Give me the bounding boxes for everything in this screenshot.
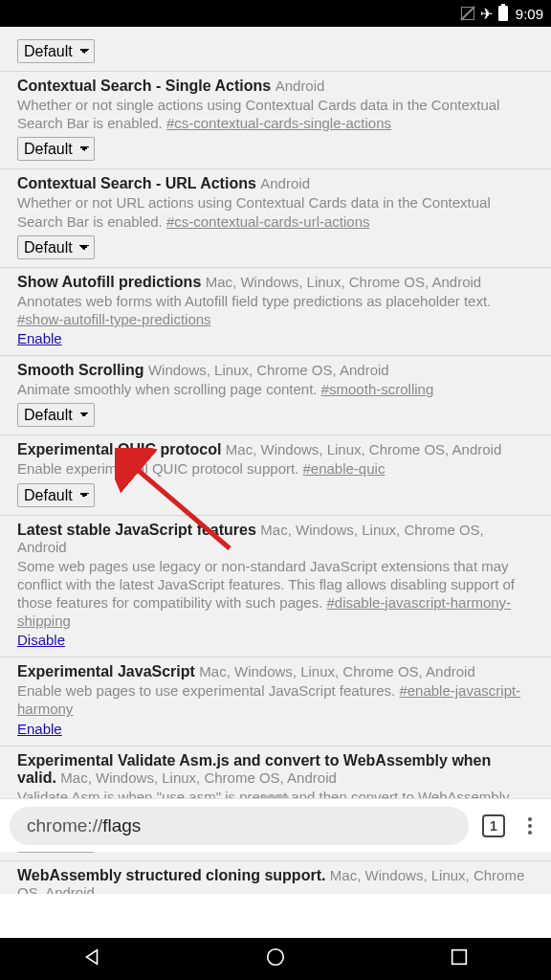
overflow-menu-button[interactable]: [518, 817, 541, 835]
no-sim-icon: [461, 7, 474, 20]
airplane-mode-icon: ✈: [480, 5, 493, 23]
address-bar[interactable]: chrome://flags: [10, 807, 469, 845]
flag-hash-link[interactable]: #cs-contextual-cards-single-actions: [166, 115, 391, 131]
flag-title: Contextual Search - Single Actions: [17, 78, 276, 94]
status-bar: ✈ 9:09: [0, 0, 551, 27]
url-scheme: chrome://: [27, 815, 102, 836]
enable-link[interactable]: Enable: [17, 721, 62, 737]
flag-select[interactable]: Default: [17, 403, 95, 427]
svg-rect-2: [452, 950, 467, 965]
flag-platforms: Android: [276, 78, 325, 94]
tab-count-label: 1: [490, 818, 497, 834]
flag-description: Whether or not single actions using Cont…: [17, 96, 534, 132]
flag-item: WebAssembly structured cloning support. …: [0, 861, 551, 894]
flag-hash-link[interactable]: #show-autofill-type-predictions: [17, 311, 211, 327]
flag-item: Show Autofill predictions Mac, Windows, …: [0, 268, 551, 356]
flag-select[interactable]: Default: [17, 39, 95, 63]
flag-platforms: Windows, Linux, Chrome OS, Android: [148, 362, 389, 378]
flag-description: Enable experimental QUIC protocol suppor…: [17, 459, 534, 478]
flag-select[interactable]: Default: [17, 483, 95, 507]
flag-title: WebAssembly structured cloning support.: [17, 867, 330, 883]
url-path: flags: [102, 815, 141, 836]
flag-item: Default: [0, 27, 551, 72]
flag-title: Smooth Scrolling: [17, 362, 148, 378]
flag-item: Smooth Scrolling Windows, Linux, Chrome …: [0, 356, 551, 435]
browser-toolbar: chrome://flags 1: [0, 798, 551, 852]
flag-item: Contextual Search - URL Actions AndroidW…: [0, 169, 551, 267]
flag-description: Animate smoothly when scrolling page con…: [17, 380, 534, 398]
flag-title: Contextual Search - URL Actions: [17, 175, 260, 191]
system-nav-bar: [0, 938, 551, 980]
flag-platforms: Mac, Windows, Linux, Chrome OS, Android: [226, 441, 501, 457]
flag-item: Experimental JavaScript Mac, Windows, Li…: [0, 657, 551, 746]
flag-platforms: Mac, Windows, Linux, Chrome OS, Android: [199, 663, 474, 679]
flag-item: Experimental QUIC protocol Mac, Windows,…: [0, 435, 551, 515]
flag-description: Whether or not URL actions using Context…: [17, 193, 534, 230]
disable-link[interactable]: Disable: [17, 632, 65, 648]
home-button[interactable]: [265, 947, 286, 971]
flag-hash-link[interactable]: #smooth-scrolling: [321, 381, 434, 397]
svg-point-1: [268, 949, 284, 966]
flag-platforms: Mac, Windows, Linux, Chrome OS, Android: [206, 274, 481, 290]
enable-link[interactable]: Enable: [17, 330, 62, 346]
flag-item: Contextual Search - Single Actions Andro…: [0, 72, 551, 169]
flag-description: Annotates web forms with Autofill field …: [17, 292, 534, 328]
recents-button[interactable]: [449, 947, 470, 971]
flag-platforms: Android: [260, 175, 310, 191]
flag-hash-link[interactable]: #cs-contextual-cards-url-actions: [166, 213, 370, 230]
flag-title: Latest stable JavaScript features: [17, 522, 260, 538]
flag-hash-link[interactable]: #enable-quic: [302, 460, 385, 477]
flag-title: Experimental QUIC protocol: [17, 441, 226, 457]
tab-switcher-button[interactable]: 1: [482, 814, 505, 837]
flag-title: Show Autofill predictions: [17, 274, 206, 290]
flag-platforms: Mac, Windows, Linux, Chrome OS, Android: [60, 769, 336, 786]
battery-icon: [498, 6, 508, 21]
flag-item: Latest stable JavaScript features Mac, W…: [0, 516, 551, 658]
flag-description: Enable web pages to use experimental Jav…: [17, 681, 534, 718]
back-button[interactable]: [81, 947, 102, 971]
clock: 9:09: [516, 6, 543, 22]
flag-description: Some web pages use legacy or non-standar…: [17, 557, 534, 631]
flags-page: DefaultContextual Search - Single Action…: [0, 27, 551, 894]
flag-select[interactable]: Default: [17, 235, 95, 259]
flag-title: Experimental JavaScript: [17, 663, 199, 679]
drag-handle-icon: [262, 795, 289, 798]
flag-select[interactable]: Default: [17, 137, 95, 161]
